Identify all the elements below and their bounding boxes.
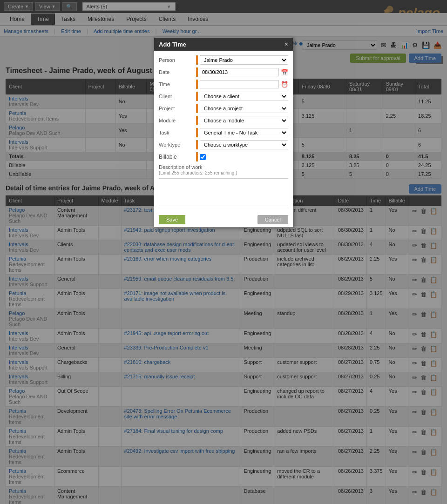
worktype-select[interactable]: Choose a worktype bbox=[200, 140, 288, 149]
modal-overlay: Add Time × Person Jaime Prado Date 📅 Tim bbox=[0, 0, 447, 504]
modal-body: Person Jaime Prado Date 📅 Time ⏰ bbox=[154, 51, 293, 212]
date-label: Date bbox=[159, 69, 196, 75]
orange-bar-worktype bbox=[196, 140, 198, 149]
person-select[interactable]: Jaime Prado bbox=[200, 55, 288, 65]
orange-bar-project bbox=[196, 104, 198, 113]
billable-checkbox[interactable] bbox=[200, 154, 206, 160]
task-label: Task bbox=[159, 130, 196, 135]
module-row: Module Choose a module bbox=[159, 116, 288, 125]
modal-close-button[interactable]: × bbox=[284, 40, 288, 48]
time-input[interactable] bbox=[200, 80, 279, 88]
description-label: Description of work (Limit 255 character… bbox=[159, 164, 288, 175]
date-input[interactable] bbox=[200, 68, 279, 76]
orange-bar-task bbox=[196, 128, 198, 137]
time-row: Time ⏰ bbox=[159, 80, 288, 89]
modal-footer: Save Cancel bbox=[154, 212, 293, 227]
modal-header: Add Time × bbox=[154, 38, 293, 51]
orange-bar-module bbox=[196, 116, 198, 125]
time-label: Time bbox=[159, 81, 196, 87]
cancel-button[interactable]: Cancel bbox=[257, 215, 288, 224]
billable-row: Billable bbox=[159, 152, 288, 161]
project-select[interactable]: Choose a project bbox=[200, 104, 288, 113]
orange-bar-date bbox=[196, 67, 198, 77]
task-row: Task General Time - No Task bbox=[159, 128, 288, 137]
modal-title: Add Time bbox=[159, 41, 186, 48]
client-select[interactable]: Choose a client bbox=[200, 92, 288, 101]
description-section: Description of work (Limit 255 character… bbox=[159, 164, 288, 208]
orange-bar-billable bbox=[196, 152, 198, 161]
module-label: Module bbox=[159, 118, 196, 123]
client-label: Client bbox=[159, 94, 196, 99]
calendar-icon[interactable]: 📅 bbox=[281, 69, 288, 76]
client-row: Client Choose a client bbox=[159, 92, 288, 101]
billable-label: Billable bbox=[159, 154, 196, 160]
orange-bar-time bbox=[196, 80, 198, 89]
person-label: Person bbox=[159, 57, 196, 63]
description-sublabel: (Limit 255 characters. 255 remaining.) bbox=[159, 170, 237, 175]
worktype-row: Worktype Choose a worktype bbox=[159, 140, 288, 149]
save-button[interactable]: Save bbox=[159, 215, 185, 224]
task-select[interactable]: General Time - No Task bbox=[200, 128, 288, 137]
worktype-label: Worktype bbox=[159, 142, 196, 148]
add-time-modal: Add Time × Person Jaime Prado Date 📅 Tim bbox=[154, 37, 293, 228]
orange-bar bbox=[196, 55, 198, 65]
project-row: Project Choose a project bbox=[159, 104, 288, 113]
orange-bar-client bbox=[196, 92, 198, 101]
project-label: Project bbox=[159, 106, 196, 111]
clock-icon: ⏰ bbox=[281, 81, 288, 88]
person-row: Person Jaime Prado bbox=[159, 55, 288, 65]
date-row: Date 📅 bbox=[159, 67, 288, 77]
description-textarea[interactable] bbox=[159, 178, 288, 206]
module-select[interactable]: Choose a module bbox=[200, 116, 288, 125]
